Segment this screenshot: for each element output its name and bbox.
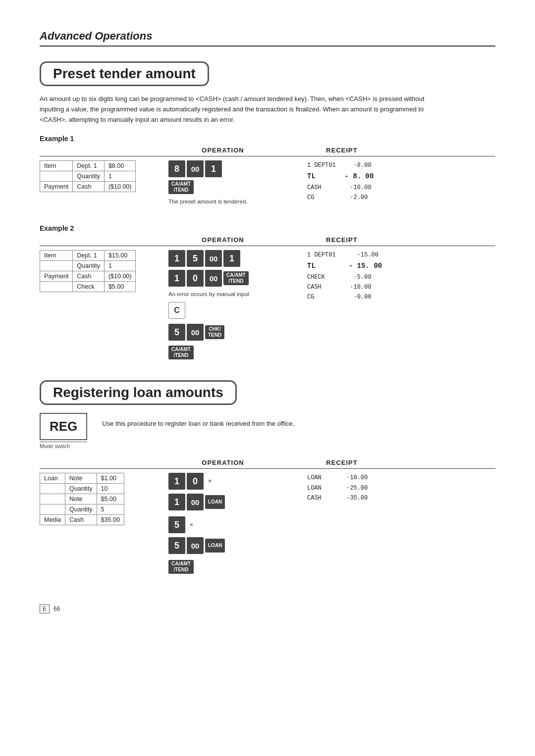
table-row: Note $5.00: [40, 494, 124, 504]
key-ca-amt-tend-ex2b: CA/AMT/TEND: [168, 346, 194, 359]
key-00b-loan: 00: [187, 537, 204, 554]
key-c-ex2: C: [168, 302, 185, 319]
table-row: Media Cash $35.00: [40, 515, 124, 525]
key-loan1: LOAN: [205, 495, 225, 509]
example2-op-header: OPERATION: [159, 236, 287, 244]
example1-table: Item Dept. 1 $8.00 Quantity 1 Payment Ca…: [40, 160, 159, 192]
key-0-loan: 0: [187, 473, 204, 490]
key-1: 1: [205, 160, 222, 177]
example2-operation: 1 5 00 1 1 0 00 CA/AMT/TEND An error occ…: [168, 250, 297, 360]
table-row: Check $5.00: [40, 282, 136, 292]
key-1b-ex2: 1: [223, 250, 240, 267]
key-5-ex2: 5: [187, 250, 204, 267]
key-00-ex2: 00: [205, 250, 222, 267]
preset-tender-description: An amount up to six digits long can be p…: [40, 94, 446, 125]
example2-receipt: 1 DEPT01 ·15.00 TL - 15. 00 CHECK ·5.00 …: [307, 250, 416, 302]
key-1b-loan: 1: [168, 494, 185, 510]
example1-caption: The preset amount is tendered.: [168, 199, 248, 204]
page-number: 66: [54, 605, 60, 612]
loan-table: Loan Note $1.00 Quantity 10 Note $5.00 Q…: [40, 473, 159, 525]
example1-op-header: OPERATION: [159, 147, 287, 154]
key-5-loan: 5: [168, 516, 185, 533]
loan-receipt-header: RECEIPT: [287, 459, 396, 466]
table-row: Item Dept. 1 $15.00: [40, 251, 136, 261]
registering-loan-description: Use this procedure to register loan or b…: [102, 413, 294, 427]
key-5b-ex2: 5: [168, 324, 185, 341]
loan-operation: 1 0 × 1 00 LOAN 5 × 5 00 LOAN CA/AMT/TEN…: [168, 473, 297, 575]
registering-loan-title: Registering loan amounts: [40, 380, 237, 405]
preset-tender-title: Preset tender amount: [40, 61, 209, 86]
table-row: Quantity 1: [40, 171, 136, 182]
key-loan2: LOAN: [205, 539, 225, 553]
key-00: 00: [187, 160, 204, 177]
reg-box: REG Mode switch: [40, 413, 87, 449]
example1-label: Example 1: [40, 135, 495, 143]
table-row: Loan Note $1.00: [40, 473, 124, 484]
preset-tender-section: Preset tender amount An amount up to six…: [40, 61, 495, 360]
table-row: Quantity 5: [40, 504, 124, 515]
loan-receipt: LOAN ·10.00 LOAN ·25.00 CASH ·35.00: [307, 473, 416, 503]
example1-receipt-header: RECEIPT: [287, 147, 396, 154]
table-row: Payment Cash ($10.00): [40, 182, 136, 192]
key-00b-ex2: 00: [205, 270, 222, 287]
example2-caption: An error occurs by manual input: [168, 291, 249, 297]
key-1-loan: 1: [168, 473, 185, 490]
table-row: Quantity 10: [40, 484, 124, 494]
loan-op-header: OPERATION: [159, 459, 287, 466]
key-1-ex2: 1: [168, 250, 185, 267]
mode-switch-label: Mode switch: [40, 442, 87, 449]
key-5b-loan: 5: [168, 537, 185, 554]
example1-receipt: 1 DEPT01 ·8.00 TL - 8. 00 CASH ·10.00 CG…: [307, 160, 416, 202]
key-ca-amt-tend-ex2: CA/AMT/TEND: [223, 271, 249, 285]
table-row: Item Dept. 1 $8.00: [40, 161, 136, 171]
key-chk-tend-ex2: CHK/TEND: [205, 325, 224, 339]
key-ca-amt-tend-loan: CA/AMT/TEND: [168, 560, 194, 574]
key-0-ex2: 0: [187, 270, 204, 287]
table-row: Quantity 1: [40, 261, 136, 271]
key-8: 8: [168, 160, 185, 177]
key-00c-ex2: 00: [187, 324, 204, 341]
example1-operation: 8 00 1 CA/AMT/TEND The preset amount is …: [168, 160, 297, 204]
page-box: E: [40, 605, 50, 613]
multiply-symbol: ×: [208, 478, 212, 485]
table-row: Payment Cash ($10.00): [40, 271, 136, 282]
page-footer: E 66: [40, 605, 495, 613]
example2-label: Example 2: [40, 224, 495, 232]
registering-loan-section: Registering loan amounts REG Mode switch…: [40, 380, 495, 575]
example2-receipt-header: RECEIPT: [287, 236, 396, 244]
key-1c-ex2: 1: [168, 270, 185, 287]
key-00-loan: 00: [187, 494, 204, 510]
key-ca-amt-tend: CA/AMT/TEND: [168, 180, 194, 194]
multiply-symbol2: ×: [190, 521, 193, 528]
advanced-ops-header: Advanced Operations: [40, 30, 495, 47]
example2-table: Item Dept. 1 $15.00 Quantity 1 Payment C…: [40, 250, 159, 292]
